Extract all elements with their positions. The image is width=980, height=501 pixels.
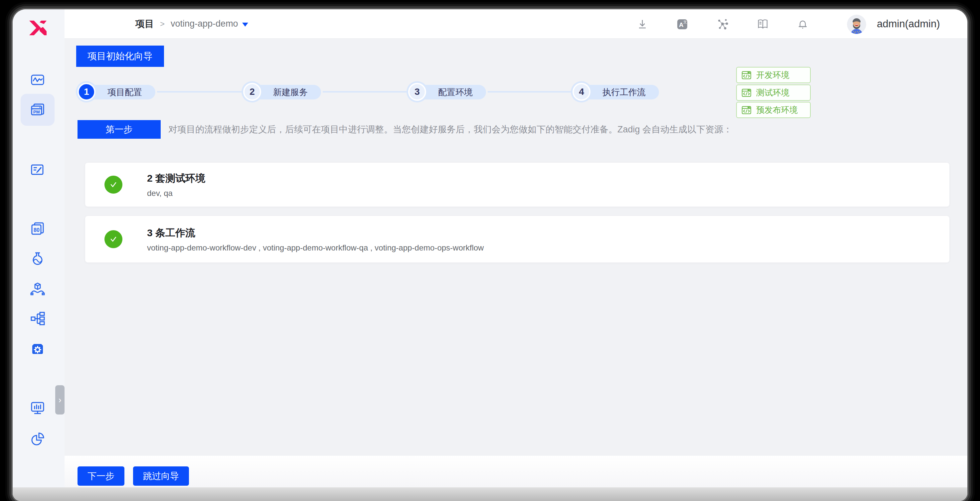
- pipelines-icon[interactable]: [30, 311, 46, 327]
- card-title: 2 套测试环境: [147, 172, 205, 185]
- cluster-icon[interactable]: [716, 18, 729, 30]
- breadcrumb-root[interactable]: 项目: [135, 17, 154, 30]
- wizard-footer: [65, 456, 967, 487]
- card-subtitle: voting-app-demo-workflow-dev , voting-ap…: [147, 243, 484, 253]
- staging-env-label: 预发布环境: [756, 105, 798, 115]
- projects-icon[interactable]: PM: [30, 102, 46, 118]
- settings-icon[interactable]: [30, 341, 46, 357]
- step-connector: [157, 91, 244, 92]
- code-window-icon: [741, 70, 751, 80]
- skip-wizard-button[interactable]: 跳过向导: [133, 466, 189, 486]
- download-icon[interactable]: [636, 18, 649, 30]
- chevron-right-icon: ›: [59, 395, 62, 405]
- step-description: 对项目的流程做初步定义后，后续可在项目中进行调整。当您创建好服务后，我们会为您做…: [168, 120, 732, 139]
- translate-icon[interactable]: A 文: [676, 18, 689, 30]
- svg-text:PM: PM: [33, 110, 40, 115]
- step-3-label: 配置环境: [417, 85, 486, 99]
- sidebar: PM 80: [13, 9, 65, 487]
- step-1-number: 1: [78, 83, 95, 101]
- breadcrumb: 项目 > voting-app-demo: [135, 9, 248, 38]
- card-text: 3 条工作流 voting-app-demo-workflow-dev , vo…: [147, 216, 484, 262]
- sidebar-collapse-handle[interactable]: ›: [55, 385, 65, 415]
- chevron-down-icon[interactable]: [242, 22, 248, 27]
- dashboard-icon[interactable]: [30, 72, 46, 88]
- tests-icon[interactable]: [30, 251, 46, 267]
- svg-text:80: 80: [33, 227, 40, 233]
- test-env-button[interactable]: 测试环境: [736, 84, 811, 101]
- avatar[interactable]: [847, 14, 866, 34]
- card-title: 3 条工作流: [147, 226, 484, 240]
- avatar-illustration: [847, 14, 866, 34]
- window-bottom-edge: [13, 487, 967, 501]
- test-env-label: 测试环境: [756, 87, 789, 98]
- staging-env-button[interactable]: 预发布环境: [736, 102, 811, 118]
- delivery-icon[interactable]: [30, 281, 46, 297]
- bell-icon[interactable]: [796, 18, 809, 30]
- code-window-icon: [741, 105, 751, 115]
- top-header: 项目 > voting-app-demo A 文: [65, 9, 967, 39]
- dev-env-button[interactable]: 开发环境: [736, 67, 811, 83]
- step-2-number: 2: [243, 83, 261, 101]
- screen-background: PM 80: [0, 0, 980, 501]
- app-window: PM 80: [13, 9, 967, 501]
- check-icon: [105, 176, 123, 194]
- release-plan-icon[interactable]: [30, 162, 46, 178]
- resource-card-environments: 2 套测试环境 dev, qa: [85, 163, 950, 207]
- card-text: 2 套测试环境 dev, qa: [147, 163, 205, 207]
- svg-text:A: A: [679, 21, 684, 28]
- docs-icon[interactable]: [756, 18, 769, 30]
- zadig-logo-icon[interactable]: [28, 20, 48, 36]
- builds-icon[interactable]: 80: [30, 221, 46, 237]
- code-window-icon: [741, 88, 751, 98]
- insight-icon[interactable]: [30, 400, 46, 416]
- breadcrumb-current-project[interactable]: voting-app-demo: [171, 19, 238, 29]
- wizard-title-banner: 项目初始化向导: [76, 46, 164, 67]
- step-1-label: 项目配置: [86, 85, 155, 99]
- step-tag: 第一步: [78, 120, 161, 139]
- card-subtitle: dev, qa: [147, 189, 205, 198]
- breadcrumb-separator: >: [160, 19, 165, 29]
- next-step-button[interactable]: 下一步: [78, 466, 124, 486]
- resource-card-workflows: 3 条工作流 voting-app-demo-workflow-dev , vo…: [85, 216, 950, 262]
- step-connector: [488, 91, 573, 92]
- reports-icon[interactable]: [30, 431, 46, 447]
- step-connector: [323, 91, 409, 92]
- step-4-number: 4: [573, 83, 590, 101]
- step-2-label: 新建服务: [252, 85, 321, 99]
- svg-text:文: 文: [683, 20, 687, 24]
- step-4-label: 执行工作流: [581, 85, 659, 99]
- user-name[interactable]: admin(admin): [877, 9, 940, 38]
- dev-env-label: 开发环境: [756, 70, 789, 81]
- step-3-number: 3: [408, 83, 426, 101]
- check-icon: [105, 230, 123, 248]
